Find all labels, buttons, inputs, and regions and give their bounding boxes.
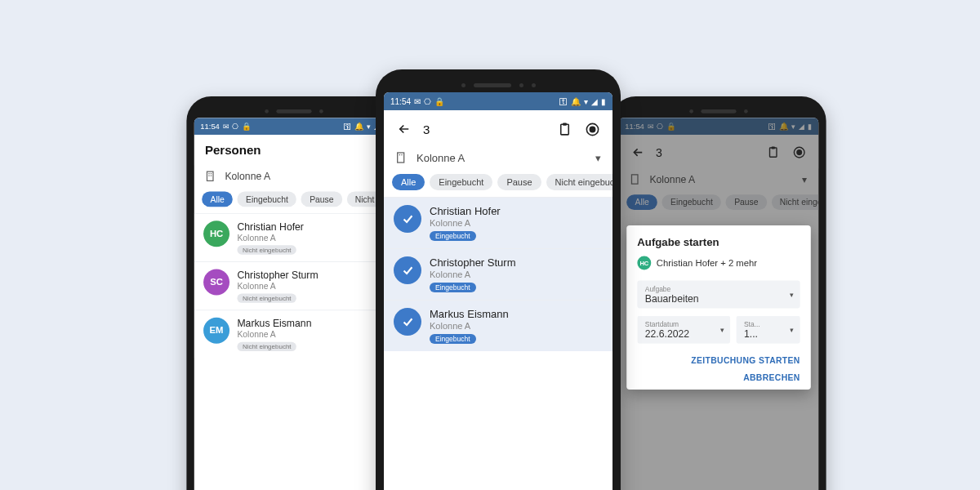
list-item[interactable]: Christian Hofer Kolonne A Eingebucht — [384, 197, 612, 248]
phone-left: 11:54 ✉ ⎔ 🔒 ⚿ 🔔 ▾ ◢ ▮ Personen Kolon — [186, 96, 401, 490]
filter-booked[interactable]: Eingebucht — [238, 192, 296, 207]
person-group: Kolonne A — [237, 282, 318, 291]
page-header: Personen — [194, 135, 394, 166]
filter-chips: Alle Eingebucht Pause Nicht eingebucht — [384, 171, 612, 197]
filter-pause[interactable]: Pause — [301, 192, 342, 207]
mail-icon: ✉ — [223, 122, 229, 130]
status-bar: 11:54 ✉ ⎔ 🔒 ⚿ 🔔 ▾ ◢ ▮ — [384, 92, 612, 110]
filter-booked[interactable]: Eingebucht — [430, 174, 492, 190]
record-icon — [585, 122, 600, 137]
start-timebooking-button[interactable]: ZEITBUCHUNG STARTEN — [691, 356, 800, 365]
location-icon: ⎔ — [232, 122, 238, 130]
person-name: Christian Hofer — [430, 205, 501, 217]
check-icon — [401, 212, 415, 226]
cancel-button[interactable]: ABBRECHEN — [743, 372, 800, 381]
svg-rect-0 — [207, 172, 213, 180]
wifi-icon: ▾ — [584, 97, 588, 106]
status-bar: 11:54 ✉ ⎔ 🔒 ⚿ 🔔 ▾ ◢ ▮ — [194, 118, 394, 135]
selection-count: 3 — [423, 122, 430, 136]
person-group: Kolonne A — [430, 321, 509, 331]
back-button[interactable] — [395, 120, 413, 138]
person-group: Kolonne A — [430, 270, 515, 279]
person-list: HC Christian Hofer Kolonne A Nicht einge… — [194, 213, 394, 490]
chevron-down-icon: ▾ — [790, 290, 794, 298]
lock-icon: 🔒 — [434, 97, 444, 106]
person-name: Christian Hofer — [237, 220, 304, 232]
wifi-icon: ▾ — [367, 122, 371, 130]
person-group: Kolonne A — [430, 218, 501, 228]
chevron-down-icon: ▾ — [790, 326, 794, 334]
mail-icon: ✉ — [414, 97, 421, 106]
modal-title: Aufgabe starten — [637, 236, 800, 248]
building-icon — [205, 170, 217, 182]
chevron-down-icon: ▾ — [720, 326, 724, 334]
field-label: Sta... — [744, 320, 792, 327]
field-label: Aufgabe — [645, 285, 792, 292]
group-selector[interactable]: Kolonne A ▾ — [384, 146, 612, 171]
signal-icon: ◢ — [591, 97, 598, 106]
selected-check-icon — [394, 308, 421, 336]
person-group: Kolonne A — [237, 330, 311, 339]
location-icon: ⎔ — [424, 97, 431, 106]
key-icon: ⚿ — [344, 122, 351, 130]
avatar: HC — [637, 256, 651, 270]
person-name: Christopher Sturm — [430, 256, 515, 269]
start-task-modal: Aufgabe starten HC Christian Hofer + 2 m… — [626, 225, 811, 390]
record-button[interactable] — [583, 120, 601, 138]
bell-icon: 🔔 — [571, 97, 581, 106]
status-badge: Eingebucht — [430, 231, 476, 241]
page-title: Personen — [205, 144, 383, 158]
phone-center: 11:54 ✉ ⎔ 🔒 ⚿ 🔔 ▾ ◢ ▮ 3 — [376, 69, 621, 490]
status-badge: Eingebucht — [430, 283, 476, 292]
list-item[interactable]: HC Christian Hofer Kolonne A Nicht einge… — [194, 213, 394, 261]
field-label: Startdatum — [645, 320, 723, 327]
list-item[interactable]: Christopher Sturm Kolonne A Eingebucht — [384, 248, 612, 300]
filter-all[interactable]: Alle — [202, 192, 233, 207]
key-icon: ⚿ — [559, 97, 568, 106]
modal-participants: HC Christian Hofer + 2 mehr — [637, 256, 800, 270]
svg-point-13 — [590, 127, 595, 131]
person-name: Markus Eismann — [237, 318, 311, 329]
start-task-button[interactable] — [555, 120, 573, 138]
clipboard-play-icon — [557, 122, 572, 137]
list-item[interactable]: Markus Eismann Kolonne A Eingebucht — [384, 300, 612, 351]
avatar: EM — [203, 318, 229, 344]
list-item[interactable]: SC Christopher Sturm Kolonne A Nicht ein… — [194, 261, 394, 310]
phone-right: 11:54 ✉ ⎔ 🔒 ⚿ 🔔 ▾ ◢ ▮ 3 — [611, 96, 826, 490]
person-group: Kolonne A — [237, 233, 304, 242]
person-list: Christian Hofer Kolonne A Eingebucht Chr… — [384, 197, 612, 490]
task-select[interactable]: Aufgabe Bauarbeiten ▾ — [637, 281, 800, 309]
status-badge: Nicht eingebucht — [237, 245, 296, 254]
back-arrow-icon — [397, 122, 412, 136]
status-badge: Nicht eingebucht — [237, 294, 296, 303]
field-value: Bauarbeiten — [645, 293, 792, 305]
start-time-select[interactable]: Sta... 1... ▾ — [737, 316, 800, 344]
field-value: 1... — [744, 328, 792, 340]
status-badge: Nicht eingebucht — [237, 342, 296, 351]
selected-check-icon — [394, 256, 421, 284]
svg-rect-11 — [563, 122, 567, 125]
list-item[interactable]: EM Markus Eismann Kolonne A Nicht eingeb… — [194, 310, 394, 358]
filter-notbooked[interactable]: Nicht eingebucht — [546, 174, 612, 190]
avatar: HC — [203, 220, 229, 247]
group-selector[interactable]: Kolonne A — [194, 166, 394, 189]
group-label: Kolonne A — [416, 152, 587, 164]
battery-icon: ▮ — [601, 97, 606, 106]
chevron-down-icon: ▾ — [595, 152, 601, 164]
check-icon — [401, 315, 415, 329]
start-date-select[interactable]: Startdatum 22.6.2022 ▾ — [637, 316, 730, 344]
person-name: Christopher Sturm — [237, 270, 318, 281]
filter-pause[interactable]: Pause — [497, 174, 541, 190]
status-time: 11:54 — [390, 97, 411, 106]
field-value: 22.6.2022 — [645, 328, 723, 340]
selected-check-icon — [394, 205, 421, 233]
building-icon — [395, 151, 408, 164]
filter-chips: Alle Eingebucht Pause Nicht eingebucht — [194, 189, 394, 213]
status-badge: Eingebucht — [430, 334, 476, 344]
filter-all[interactable]: Alle — [392, 174, 425, 190]
person-name: Markus Eismann — [430, 308, 509, 320]
avatar: SC — [203, 270, 229, 296]
bell-icon: 🔔 — [354, 122, 363, 130]
participants-text: Christian Hofer + 2 mehr — [657, 257, 757, 268]
check-icon — [401, 264, 415, 278]
